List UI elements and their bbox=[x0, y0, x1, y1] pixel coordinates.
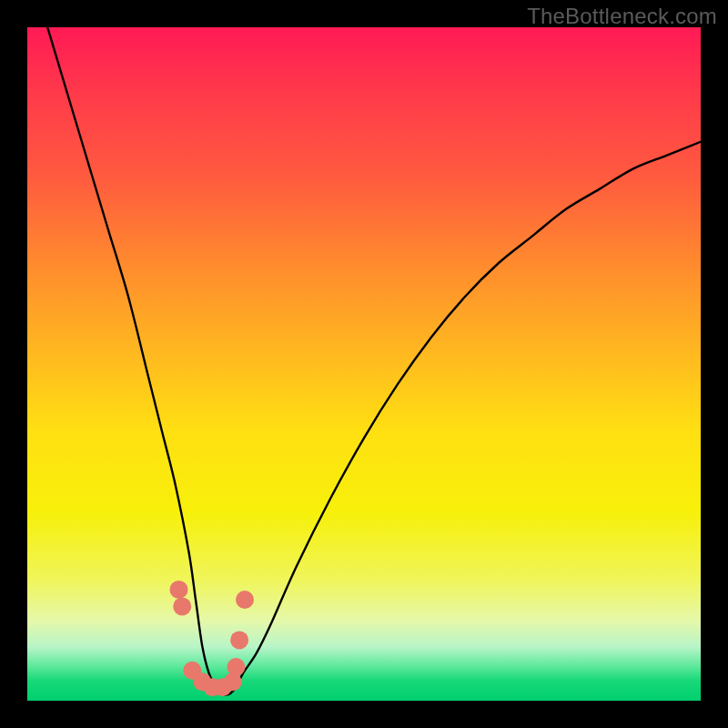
bottleneck-curve bbox=[47, 27, 701, 695]
marker-dot bbox=[170, 581, 188, 599]
watermark-label: TheBottleneck.com bbox=[527, 4, 717, 29]
marker-dot bbox=[227, 658, 245, 676]
curve-layer bbox=[27, 27, 701, 701]
marker-dot bbox=[230, 631, 248, 649]
marker-dot bbox=[236, 591, 254, 609]
highlight-markers bbox=[170, 581, 255, 696]
plot-area bbox=[27, 27, 701, 701]
marker-dot bbox=[173, 597, 191, 615]
chart-frame: TheBottleneck.com bbox=[0, 0, 728, 728]
